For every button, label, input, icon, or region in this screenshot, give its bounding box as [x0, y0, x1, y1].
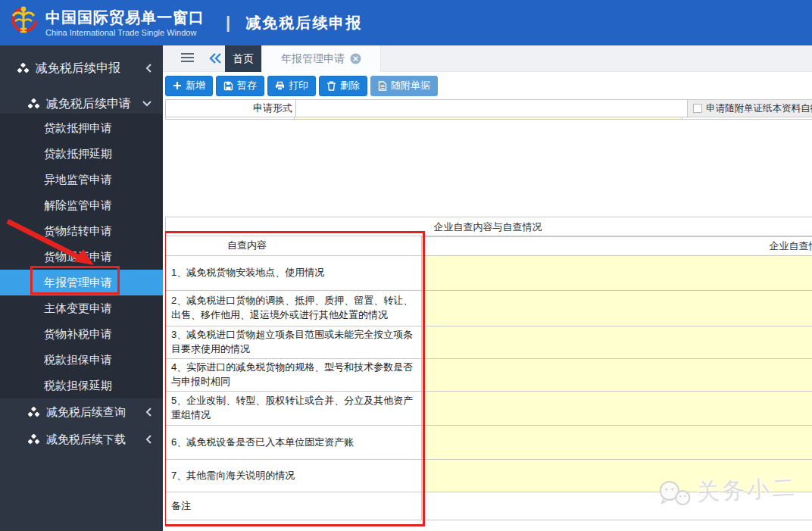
sidebar-item-annual-report-active[interactable]: 年报管理申请 [0, 270, 163, 295]
chevron-left-icon [145, 63, 152, 73]
tab-label: 首页 [233, 52, 254, 66]
chevron [145, 63, 152, 73]
sidebar-group-label: 减免税后续下载 [46, 433, 126, 447]
tab-annual-report[interactable]: 年报管理申请 [261, 45, 381, 72]
self-check-row: 7、其他需向海关说明的情况 [165, 459, 812, 492]
title-divider: | [226, 13, 230, 33]
chevron-left-icon [145, 407, 152, 417]
toolbar: 新增暂存打印删除随附单据 [163, 72, 812, 99]
application-form-input[interactable] [295, 99, 688, 117]
self-check-content-cell: 6、减免税设备是否已入本单位固定资产账 [165, 425, 422, 460]
document-icon [378, 81, 387, 91]
self-check-status-cell[interactable] [421, 425, 812, 460]
chevron-down-icon [142, 100, 152, 108]
brand-title-cn: 中国国际贸易单一窗口 [45, 8, 205, 27]
app-window: 中国国际贸易单一窗口 China International Trade Sin… [0, 0, 812, 531]
self-check-row: 3、减免税进口货物超立项条目范围或未能完全按立项条目要求使用的情况 [165, 326, 812, 359]
sidebar-item[interactable]: 税款担保延期 [0, 373, 163, 398]
self-check-status-cell[interactable] [421, 255, 812, 291]
double-chevron-left-icon[interactable] [208, 52, 222, 67]
section-title: 企业自查内容与自查情况 [166, 220, 810, 234]
cubes-icon [27, 407, 40, 418]
print-icon [275, 81, 285, 91]
main-content: 首页 年报管理申请 新增暂存打印删除随附单据 操作员 [163, 45, 812, 531]
sidebar-item[interactable]: 税款担保申请 [0, 347, 163, 373]
chevron-left-icon [145, 434, 152, 445]
self-check-header-row: 自查内容 企业自查情况 [165, 236, 812, 256]
paper-docs-checkbox[interactable] [693, 104, 702, 113]
customs-emblem-icon [8, 4, 39, 42]
brand-block: 中国国际贸易单一窗口 China International Trade Sin… [45, 8, 205, 37]
self-check-content-cell: 3、减免税进口货物超立项条目范围或未能完全按立项条目要求使用的情况 [165, 326, 422, 359]
self-check-content-cell: 2、减免税进口货物的调换、抵押、质押、留置、转让、出售、移作他用、退运境外或进行… [165, 290, 422, 326]
paper-docs-checkbox-label: 申请随附单证纸本资料自行保管 [706, 102, 812, 115]
tab-bar: 首页 年报管理申请 [163, 45, 812, 72]
self-check-row: 5、企业改制、转型、股权转让或合并、分立及其他资产重组情况 [165, 391, 812, 426]
sidebar: 减免税后续申报减免税后续申请贷款抵押申请贷款抵押延期异地监管申请解除监管申请货物… [0, 45, 163, 531]
button-label: 打印 [289, 79, 308, 92]
sidebar-submenu: 贷款抵押申请贷款抵押延期异地监管申请解除监管申请货物结转申请货物退运申请年报管理… [0, 114, 163, 398]
sidebar-group-follow-up-apply[interactable]: 减免税后续申请 [0, 92, 163, 115]
self-check-row: 2、减免税进口货物的调换、抵押、质押、留置、转让、出售、移作他用、退运境外或进行… [165, 290, 812, 326]
self-check-content-cell: 7、其他需向海关说明的情况 [165, 459, 422, 492]
self-check-status-cell[interactable] [421, 459, 812, 492]
button-label: 删除 [340, 79, 360, 92]
self-check-table: 自查内容 企业自查情况 1、减免税货物安装地点、使用情况2、减免税进口货物的调换… [165, 236, 812, 520]
chevron [145, 407, 152, 417]
cubes-icon [17, 63, 30, 74]
toolbar-button-plus[interactable]: 新增 [165, 76, 213, 96]
sidebar-item[interactable]: 货物退运申请 [0, 244, 163, 270]
menu-icon[interactable] [181, 53, 194, 64]
self-check-status-cell[interactable] [421, 290, 812, 326]
self-check-section-header: 企业自查内容与自查情况 [165, 217, 812, 237]
self-check-status-cell[interactable] [421, 326, 812, 359]
self-check-status-cell[interactable] [421, 358, 812, 392]
toolbar-button-print[interactable]: 打印 [267, 76, 316, 96]
sidebar-item[interactable]: 解除监管申请 [0, 192, 163, 218]
self-check-table-body: 1、减免税货物安装地点、使用情况2、减免税进口货物的调换、抵押、质押、留置、转让… [165, 255, 812, 520]
self-check-status-cell[interactable] [421, 391, 812, 426]
self-check-content-cell: 1、减免税货物安装地点、使用情况 [165, 255, 422, 291]
col-header-content: 自查内容 [165, 236, 422, 256]
chevron [145, 434, 152, 445]
toolbar-button-save[interactable]: 暂存 [216, 76, 264, 96]
sidebar-group-label: 减免税后续申请 [46, 96, 131, 112]
sidebar-item[interactable]: 贷款抵押申请 [0, 115, 163, 141]
trash-icon [326, 81, 336, 91]
save-icon [223, 81, 233, 91]
brand-title-en: China International Trade Single Window [45, 28, 205, 37]
self-check-status-cell[interactable] [421, 492, 812, 520]
button-label: 暂存 [237, 79, 257, 92]
sidebar-item[interactable]: 贷款抵押延期 [0, 141, 163, 167]
toolbar-button-document[interactable]: 随附单据 [370, 76, 438, 96]
cubes-icon [27, 434, 40, 445]
application-form-label: 申请形式 [165, 99, 296, 117]
sidebar-item-follow-up-declare[interactable]: 减免税后续申报 [0, 50, 163, 86]
sidebar-item[interactable]: 异地监管申请 [0, 167, 163, 192]
self-check-row: 4、实际进口的减免税货物的规格、型号和技术参数是否与申报时相同 [165, 358, 812, 392]
self-check-content-cell: 备注 [165, 492, 422, 520]
button-label: 随附单据 [391, 79, 430, 92]
sidebar-group-item[interactable]: 减免税后续下载 [0, 426, 163, 453]
self-check-row: 备注 [165, 492, 812, 520]
sidebar-item[interactable]: 货物结转申请 [0, 218, 163, 244]
tab-home[interactable]: 首页 [225, 45, 261, 72]
self-check-content-cell: 5、企业改制、转型、股权转让或合并、分立及其他资产重组情况 [165, 391, 422, 426]
toolbar-button-trash[interactable]: 删除 [319, 76, 367, 96]
sidebar-group-label: 减免税后续查询 [46, 405, 126, 420]
button-label: 新增 [186, 79, 205, 92]
tab-label: 年报管理申请 [281, 52, 345, 66]
form-area: 操作员 海关十位编码 操作单位名称 申 [165, 99, 812, 531]
sidebar-item[interactable]: 货物补税申请 [0, 321, 163, 347]
sidebar-item[interactable]: 主体变更申请 [0, 295, 163, 321]
sidebar-group-item[interactable]: 减免税后续查询 [0, 398, 163, 426]
chevron [142, 100, 152, 108]
self-check-content-cell: 4、实际进口的减免税货物的规格、型号和技术参数是否与申报时相同 [165, 358, 422, 392]
sidebar-item-label: 减免税后续申报 [36, 61, 120, 77]
page-title: 减免税后续申报 [245, 13, 362, 33]
col-header-status: 企业自查情况 [421, 236, 812, 256]
cubes-icon [27, 98, 40, 110]
close-icon[interactable] [350, 53, 361, 64]
plus-icon [173, 81, 182, 90]
self-check-row: 6、减免税设备是否已入本单位固定资产账 [165, 425, 812, 460]
